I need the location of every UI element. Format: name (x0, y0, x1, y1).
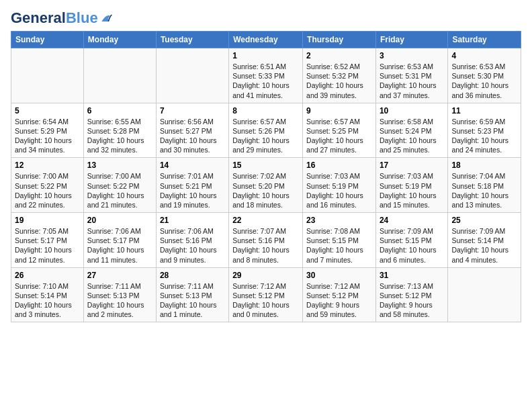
logo-text: GeneralBlue (11, 11, 98, 26)
calendar-day-25: 25Sunrise: 7:09 AM Sunset: 5:14 PM Dayli… (448, 213, 521, 268)
calendar-day-1: 1Sunrise: 6:51 AM Sunset: 5:33 PM Daylig… (229, 48, 303, 103)
day-info: Sunrise: 6:51 AM Sunset: 5:33 PM Dayligh… (232, 62, 299, 100)
calendar-day-8: 8Sunrise: 6:57 AM Sunset: 5:26 PM Daylig… (229, 103, 303, 158)
weekday-header-monday: Monday (83, 32, 156, 48)
calendar-day-29: 29Sunrise: 7:12 AM Sunset: 5:12 PM Dayli… (229, 267, 303, 322)
day-info: Sunrise: 7:03 AM Sunset: 5:19 PM Dayligh… (306, 171, 372, 210)
calendar-day-12: 12Sunrise: 7:00 AM Sunset: 5:22 PM Dayli… (11, 158, 84, 213)
day-number: 27 (87, 271, 152, 280)
calendar-day-15: 15Sunrise: 7:02 AM Sunset: 5:20 PM Dayli… (229, 158, 303, 213)
day-number: 6 (87, 106, 152, 116)
day-number: 21 (160, 216, 225, 225)
day-number: 19 (15, 216, 80, 225)
calendar-day-28: 28Sunrise: 7:11 AM Sunset: 5:13 PM Dayli… (156, 267, 228, 322)
day-number: 7 (160, 106, 225, 116)
day-info: Sunrise: 7:07 AM Sunset: 5:16 PM Dayligh… (232, 226, 299, 265)
day-info: Sunrise: 7:08 AM Sunset: 5:15 PM Dayligh… (306, 226, 372, 265)
weekday-header-thursday: Thursday (303, 32, 376, 48)
calendar-day-11: 11Sunrise: 6:59 AM Sunset: 5:23 PM Dayli… (448, 103, 521, 158)
day-info: Sunrise: 6:56 AM Sunset: 5:27 PM Dayligh… (160, 117, 225, 155)
calendar-week-row: 12Sunrise: 7:00 AM Sunset: 5:22 PM Dayli… (11, 158, 521, 213)
calendar-day-14: 14Sunrise: 7:01 AM Sunset: 5:21 PM Dayli… (156, 158, 228, 213)
day-number: 3 (380, 51, 444, 60)
day-info: Sunrise: 6:54 AM Sunset: 5:29 PM Dayligh… (15, 117, 80, 155)
day-info: Sunrise: 6:53 AM Sunset: 5:30 PM Dayligh… (451, 62, 517, 100)
calendar-day-22: 22Sunrise: 7:07 AM Sunset: 5:16 PM Dayli… (229, 213, 303, 268)
calendar-week-row: 26Sunrise: 7:10 AM Sunset: 5:14 PM Dayli… (11, 267, 521, 322)
day-number: 30 (306, 271, 372, 280)
calendar-day-18: 18Sunrise: 7:04 AM Sunset: 5:18 PM Dayli… (448, 158, 521, 213)
day-info: Sunrise: 7:01 AM Sunset: 5:21 PM Dayligh… (160, 171, 225, 210)
day-number: 9 (306, 106, 372, 116)
day-number: 2 (306, 51, 372, 60)
day-info: Sunrise: 7:04 AM Sunset: 5:18 PM Dayligh… (451, 171, 517, 210)
day-number: 22 (232, 216, 299, 225)
day-info: Sunrise: 7:06 AM Sunset: 5:17 PM Dayligh… (87, 226, 152, 265)
calendar-day-4: 4Sunrise: 6:53 AM Sunset: 5:30 PM Daylig… (448, 48, 521, 103)
day-number: 11 (451, 106, 517, 116)
day-info: Sunrise: 7:11 AM Sunset: 5:13 PM Dayligh… (160, 281, 225, 320)
calendar-day-5: 5Sunrise: 6:54 AM Sunset: 5:29 PM Daylig… (11, 103, 84, 158)
calendar-day-31: 31Sunrise: 7:13 AM Sunset: 5:12 PM Dayli… (375, 267, 447, 322)
calendar-day-24: 24Sunrise: 7:09 AM Sunset: 5:15 PM Dayli… (375, 213, 447, 268)
calendar-week-row: 5Sunrise: 6:54 AM Sunset: 5:29 PM Daylig… (11, 103, 521, 158)
day-number: 28 (160, 271, 225, 280)
calendar-day-16: 16Sunrise: 7:03 AM Sunset: 5:19 PM Dayli… (303, 158, 376, 213)
calendar-day-9: 9Sunrise: 6:57 AM Sunset: 5:25 PM Daylig… (303, 103, 376, 158)
calendar-table: SundayMondayTuesdayWednesdayThursdayFrid… (11, 31, 521, 322)
day-info: Sunrise: 7:00 AM Sunset: 5:22 PM Dayligh… (87, 171, 152, 210)
day-info: Sunrise: 7:12 AM Sunset: 5:12 PM Dayligh… (232, 281, 299, 320)
weekday-header-friday: Friday (375, 32, 447, 48)
weekday-header-sunday: Sunday (11, 32, 84, 48)
calendar-day-17: 17Sunrise: 7:03 AM Sunset: 5:19 PM Dayli… (375, 158, 447, 213)
day-number: 29 (232, 271, 299, 280)
day-number: 17 (380, 161, 444, 170)
day-info: Sunrise: 7:10 AM Sunset: 5:14 PM Dayligh… (15, 281, 80, 320)
day-info: Sunrise: 7:09 AM Sunset: 5:15 PM Dayligh… (380, 226, 444, 265)
day-info: Sunrise: 6:53 AM Sunset: 5:31 PM Dayligh… (380, 62, 444, 100)
day-number: 26 (15, 271, 80, 280)
calendar-day-21: 21Sunrise: 7:06 AM Sunset: 5:16 PM Dayli… (156, 213, 228, 268)
logo: GeneralBlue (11, 11, 113, 26)
day-number: 24 (380, 216, 444, 225)
weekday-header-tuesday: Tuesday (156, 32, 228, 48)
day-number: 13 (87, 161, 152, 170)
calendar-day-10: 10Sunrise: 6:58 AM Sunset: 5:24 PM Dayli… (375, 103, 447, 158)
calendar-day-3: 3Sunrise: 6:53 AM Sunset: 5:31 PM Daylig… (375, 48, 447, 103)
header: GeneralBlue (11, 11, 521, 26)
calendar-day-20: 20Sunrise: 7:06 AM Sunset: 5:17 PM Dayli… (83, 213, 156, 268)
calendar-day-27: 27Sunrise: 7:11 AM Sunset: 5:13 PM Dayli… (83, 267, 156, 322)
day-info: Sunrise: 6:57 AM Sunset: 5:26 PM Dayligh… (232, 117, 299, 155)
logo-icon (99, 11, 113, 25)
calendar-day-23: 23Sunrise: 7:08 AM Sunset: 5:15 PM Dayli… (303, 213, 376, 268)
day-info: Sunrise: 6:55 AM Sunset: 5:28 PM Dayligh… (87, 117, 152, 155)
day-number: 15 (232, 161, 299, 170)
day-number: 4 (451, 51, 517, 60)
day-number: 10 (380, 106, 444, 116)
day-info: Sunrise: 7:13 AM Sunset: 5:12 PM Dayligh… (380, 281, 444, 320)
calendar-week-row: 1Sunrise: 6:51 AM Sunset: 5:33 PM Daylig… (11, 48, 521, 103)
day-number: 25 (451, 216, 517, 225)
weekday-header-saturday: Saturday (448, 32, 521, 48)
day-info: Sunrise: 6:58 AM Sunset: 5:24 PM Dayligh… (380, 117, 444, 155)
day-info: Sunrise: 7:11 AM Sunset: 5:13 PM Dayligh… (87, 281, 152, 320)
day-info: Sunrise: 7:06 AM Sunset: 5:16 PM Dayligh… (160, 226, 225, 265)
day-info: Sunrise: 6:52 AM Sunset: 5:32 PM Dayligh… (306, 62, 372, 100)
day-info: Sunrise: 7:02 AM Sunset: 5:20 PM Dayligh… (232, 171, 299, 210)
empty-cell (11, 48, 84, 103)
empty-cell (83, 48, 156, 103)
day-number: 18 (451, 161, 517, 170)
day-number: 16 (306, 161, 372, 170)
empty-cell (448, 267, 521, 322)
day-number: 20 (87, 216, 152, 225)
calendar-day-13: 13Sunrise: 7:00 AM Sunset: 5:22 PM Dayli… (83, 158, 156, 213)
day-info: Sunrise: 7:03 AM Sunset: 5:19 PM Dayligh… (380, 171, 444, 210)
day-number: 23 (306, 216, 372, 225)
day-info: Sunrise: 6:59 AM Sunset: 5:23 PM Dayligh… (451, 117, 517, 155)
calendar-week-row: 19Sunrise: 7:05 AM Sunset: 5:17 PM Dayli… (11, 213, 521, 268)
day-info: Sunrise: 7:09 AM Sunset: 5:14 PM Dayligh… (451, 226, 517, 265)
calendar-day-30: 30Sunrise: 7:12 AM Sunset: 5:12 PM Dayli… (303, 267, 376, 322)
weekday-header-row: SundayMondayTuesdayWednesdayThursdayFrid… (11, 32, 521, 48)
empty-cell (156, 48, 228, 103)
day-info: Sunrise: 6:57 AM Sunset: 5:25 PM Dayligh… (306, 117, 372, 155)
